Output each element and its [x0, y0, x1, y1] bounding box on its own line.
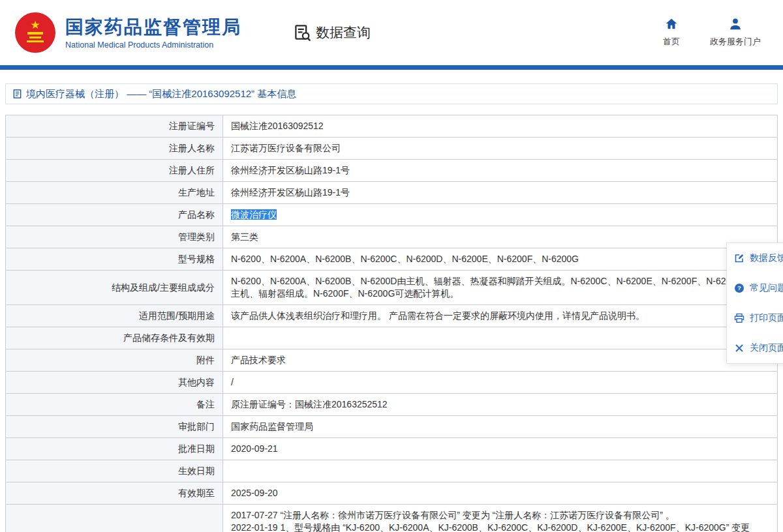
table-row: 产品储存条件及有效期 [6, 327, 778, 349]
top-nav: 首页 政务服务门户 [663, 17, 761, 48]
row-label: 注册人名称 [6, 138, 223, 160]
side-panel-item-faq[interactable]: ? 常见问题 [727, 273, 783, 303]
row-value: 产品技术要求 [223, 349, 778, 372]
table-row: 备注原注册证编号：国械注准20163252512 [6, 394, 778, 416]
data-query-link[interactable]: 数据查询 [294, 23, 371, 42]
row-label: 管理类别 [6, 226, 223, 248]
table-row: 其他内容/ [6, 372, 778, 394]
row-value [223, 327, 778, 349]
user-icon [728, 17, 743, 31]
table-row: 附件产品技术要求 [6, 349, 778, 372]
row-value [223, 460, 778, 482]
row-label: 产品名称 [6, 204, 223, 226]
row-value: N-6200、N-6200A、N-6200B、N-6200D由主机、辐射器、热凝… [223, 271, 778, 305]
row-label: 审批部门 [6, 416, 223, 438]
row-value: / [223, 372, 778, 394]
side-panel-item-feedback[interactable]: 数据反馈 [727, 243, 783, 273]
table-row: 有效期至2025-09-20 [6, 482, 778, 505]
table-row: 管理类别第三类 [6, 226, 778, 248]
floating-tools-panel: 数据反馈 ? 常见问题 打印页面 关闭页面 [726, 243, 783, 364]
table-row: 注册人名称江苏诺万医疗设备有限公司 [6, 138, 778, 160]
brand-block: 国家药品监督管理局 National Medical Products Admi… [65, 16, 241, 50]
svg-text:★: ★ [30, 19, 40, 31]
row-label: 产品储存条件及有效期 [6, 327, 223, 349]
row-value: 江苏诺万医疗设备有限公司 [223, 138, 778, 160]
nav-portal-label: 政务服务门户 [710, 36, 761, 48]
side-panel-item-label: 打印页面 [750, 312, 783, 324]
site-header: ★ 国家药品监督管理局 National Medical Products Ad… [0, 0, 783, 65]
page-title: 境内医疗器械（注册） —— “国械注准20163092512” 基本信息 [26, 88, 296, 100]
table-row: 产品名称微波治疗仪 [6, 204, 778, 226]
side-panel-item-print[interactable]: 打印页面 [727, 303, 783, 333]
side-panel-item-label: 数据反馈 [750, 252, 783, 264]
row-label: 注册人住所 [6, 160, 223, 182]
home-icon [664, 17, 679, 31]
row-label: 生产地址 [6, 182, 223, 204]
row-value: 徐州经济开发区杨山路19-1号 [223, 182, 778, 204]
row-value: 微波治疗仪 [223, 204, 778, 226]
side-panel-item-label: 关闭页面 [750, 342, 783, 354]
print-icon [734, 313, 745, 323]
table-row: 结构及组成/主要组成成分N-6200、N-6200A、N-6200B、N-620… [6, 271, 778, 305]
row-value: 徐州经济开发区杨山路19-1号 [223, 160, 778, 182]
national-emblem-logo: ★ [14, 12, 56, 53]
question-icon: ? [734, 283, 745, 293]
row-value: 国械注准20163092512 [223, 115, 778, 138]
row-value: 原注册证编号：国械注准20163252512 [223, 394, 778, 416]
row-value: 国家药品监督管理局 [223, 416, 778, 438]
row-label: 其他内容 [6, 372, 223, 394]
row-label: 结构及组成/主要组成成分 [6, 271, 223, 305]
row-label: 有效期至 [6, 482, 223, 505]
table-row: 注册证编号国械注准20163092512 [6, 115, 778, 138]
data-query-icon [294, 24, 311, 42]
table-row: 2017-07-27 “注册人名称：徐州市诺万医疗设备有限公司” 变更为 “注册… [6, 505, 778, 532]
org-name-en: National Medical Products Administration [65, 40, 241, 50]
side-panel-item-label: 常见问题 [750, 282, 783, 294]
table-row: 审批部门国家药品监督管理局 [6, 416, 778, 438]
document-icon [12, 89, 22, 99]
table-row: 生效日期 [6, 460, 778, 482]
row-label: 适用范围/预期用途 [6, 305, 223, 327]
row-value: 2025-09-20 [223, 482, 778, 505]
registration-info-table: 注册证编号国械注准20163092512注册人名称江苏诺万医疗设备有限公司注册人… [5, 115, 778, 532]
table-row: 注册人住所徐州经济开发区杨山路19-1号 [6, 160, 778, 182]
side-panel-item-close[interactable]: 关闭页面 [727, 333, 783, 363]
table-row: 型号规格N-6200、N-6200A、N-6200B、N-6200C、N-620… [6, 248, 778, 271]
row-label: 批准日期 [6, 438, 223, 460]
row-value: 第三类 [223, 226, 778, 248]
org-name-cn: 国家药品监督管理局 [65, 16, 241, 38]
row-value: 2017-07-27 “注册人名称：徐州市诺万医疗设备有限公司” 变更为 “注册… [223, 505, 778, 532]
row-label: 注册证编号 [6, 115, 223, 138]
nav-portal[interactable]: 政务服务门户 [710, 17, 761, 48]
data-query-label: 数据查询 [316, 23, 371, 42]
row-value: N-6200、N-6200A、N-6200B、N-6200C、N-6200D、N… [223, 248, 778, 271]
header-divider [0, 65, 783, 70]
row-label: 备注 [6, 394, 223, 416]
row-label [6, 505, 223, 532]
svg-text:?: ? [737, 284, 741, 291]
nav-home[interactable]: 首页 [663, 17, 680, 48]
row-value: 该产品供人体浅表组织治疗和理疗用。 产品需在符合一定要求的屏蔽环境内使用，详情见… [223, 305, 778, 327]
row-value: 2020-09-21 [223, 438, 778, 460]
breadcrumb: 境内医疗器械（注册） —— “国械注准20163092512” 基本信息 [5, 83, 778, 104]
close-icon [734, 343, 745, 353]
row-label: 型号规格 [6, 248, 223, 271]
main-content: 境内医疗器械（注册） —— “国械注准20163092512” 基本信息 注册证… [0, 70, 783, 532]
feedback-icon [734, 253, 745, 263]
row-label: 附件 [6, 349, 223, 372]
highlighted-text: 微波治疗仪 [231, 209, 277, 220]
table-row: 适用范围/预期用途该产品供人体浅表组织治疗和理疗用。 产品需在符合一定要求的屏蔽… [6, 305, 778, 327]
table-row: 批准日期2020-09-21 [6, 438, 778, 460]
info-table-body: 注册证编号国械注准20163092512注册人名称江苏诺万医疗设备有限公司注册人… [6, 115, 778, 532]
row-label: 生效日期 [6, 460, 223, 482]
nav-home-label: 首页 [663, 36, 680, 48]
table-row: 生产地址徐州经济开发区杨山路19-1号 [6, 182, 778, 204]
